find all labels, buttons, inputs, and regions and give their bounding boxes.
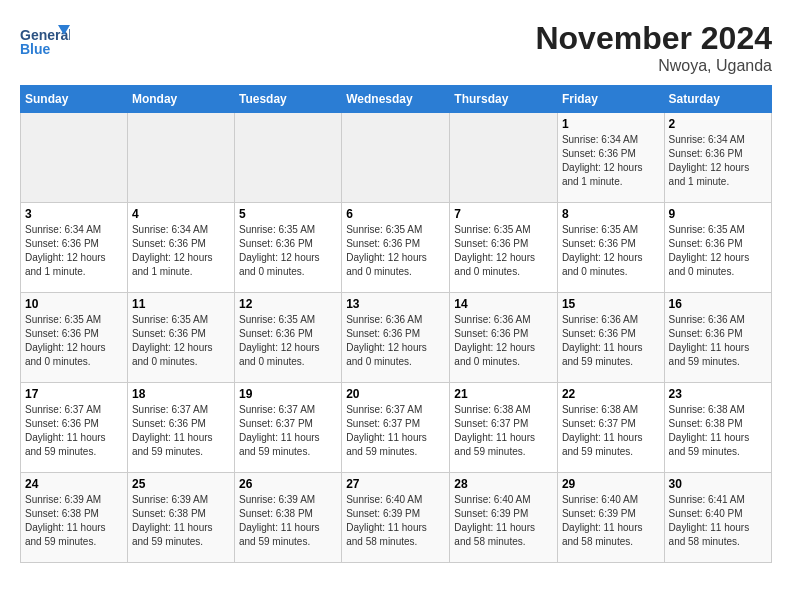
calendar-cell: 11Sunrise: 6:35 AM Sunset: 6:36 PM Dayli… [127, 293, 234, 383]
day-info: Sunrise: 6:39 AM Sunset: 6:38 PM Dayligh… [239, 493, 337, 549]
day-info: Sunrise: 6:35 AM Sunset: 6:36 PM Dayligh… [669, 223, 767, 279]
day-number: 14 [454, 297, 553, 311]
calendar-cell: 9Sunrise: 6:35 AM Sunset: 6:36 PM Daylig… [664, 203, 771, 293]
day-number: 26 [239, 477, 337, 491]
day-number: 16 [669, 297, 767, 311]
weekday-header: Sunday [21, 86, 128, 113]
calendar-week-row: 1Sunrise: 6:34 AM Sunset: 6:36 PM Daylig… [21, 113, 772, 203]
calendar-cell: 8Sunrise: 6:35 AM Sunset: 6:36 PM Daylig… [557, 203, 664, 293]
day-number: 1 [562, 117, 660, 131]
calendar-cell: 6Sunrise: 6:35 AM Sunset: 6:36 PM Daylig… [342, 203, 450, 293]
day-number: 18 [132, 387, 230, 401]
day-number: 6 [346, 207, 445, 221]
calendar-cell [342, 113, 450, 203]
title-block: November 2024 Nwoya, Uganda [535, 20, 772, 75]
day-number: 27 [346, 477, 445, 491]
weekday-header: Thursday [450, 86, 558, 113]
day-number: 13 [346, 297, 445, 311]
calendar-cell: 21Sunrise: 6:38 AM Sunset: 6:37 PM Dayli… [450, 383, 558, 473]
day-info: Sunrise: 6:41 AM Sunset: 6:40 PM Dayligh… [669, 493, 767, 549]
svg-text:Blue: Blue [20, 41, 51, 57]
day-info: Sunrise: 6:34 AM Sunset: 6:36 PM Dayligh… [669, 133, 767, 189]
calendar-cell [235, 113, 342, 203]
day-number: 17 [25, 387, 123, 401]
day-info: Sunrise: 6:35 AM Sunset: 6:36 PM Dayligh… [132, 313, 230, 369]
day-number: 4 [132, 207, 230, 221]
day-number: 24 [25, 477, 123, 491]
weekday-header: Monday [127, 86, 234, 113]
day-number: 9 [669, 207, 767, 221]
day-info: Sunrise: 6:37 AM Sunset: 6:36 PM Dayligh… [132, 403, 230, 459]
day-info: Sunrise: 6:34 AM Sunset: 6:36 PM Dayligh… [132, 223, 230, 279]
day-info: Sunrise: 6:35 AM Sunset: 6:36 PM Dayligh… [25, 313, 123, 369]
calendar-cell: 14Sunrise: 6:36 AM Sunset: 6:36 PM Dayli… [450, 293, 558, 383]
logo: General Blue [20, 20, 75, 60]
day-info: Sunrise: 6:36 AM Sunset: 6:36 PM Dayligh… [346, 313, 445, 369]
day-number: 7 [454, 207, 553, 221]
day-info: Sunrise: 6:34 AM Sunset: 6:36 PM Dayligh… [25, 223, 123, 279]
page-header: General Blue November 2024 Nwoya, Uganda [20, 20, 772, 75]
weekday-header: Tuesday [235, 86, 342, 113]
calendar-cell: 24Sunrise: 6:39 AM Sunset: 6:38 PM Dayli… [21, 473, 128, 563]
calendar-cell: 22Sunrise: 6:38 AM Sunset: 6:37 PM Dayli… [557, 383, 664, 473]
day-number: 8 [562, 207, 660, 221]
calendar-cell: 15Sunrise: 6:36 AM Sunset: 6:36 PM Dayli… [557, 293, 664, 383]
day-info: Sunrise: 6:35 AM Sunset: 6:36 PM Dayligh… [239, 223, 337, 279]
calendar-cell: 23Sunrise: 6:38 AM Sunset: 6:38 PM Dayli… [664, 383, 771, 473]
day-number: 30 [669, 477, 767, 491]
calendar-cell: 2Sunrise: 6:34 AM Sunset: 6:36 PM Daylig… [664, 113, 771, 203]
calendar-cell: 26Sunrise: 6:39 AM Sunset: 6:38 PM Dayli… [235, 473, 342, 563]
calendar-cell: 16Sunrise: 6:36 AM Sunset: 6:36 PM Dayli… [664, 293, 771, 383]
calendar-cell: 19Sunrise: 6:37 AM Sunset: 6:37 PM Dayli… [235, 383, 342, 473]
day-number: 28 [454, 477, 553, 491]
day-info: Sunrise: 6:35 AM Sunset: 6:36 PM Dayligh… [454, 223, 553, 279]
logo-icon: General Blue [20, 20, 70, 60]
calendar-cell: 3Sunrise: 6:34 AM Sunset: 6:36 PM Daylig… [21, 203, 128, 293]
day-info: Sunrise: 6:40 AM Sunset: 6:39 PM Dayligh… [454, 493, 553, 549]
day-number: 10 [25, 297, 123, 311]
calendar-cell: 1Sunrise: 6:34 AM Sunset: 6:36 PM Daylig… [557, 113, 664, 203]
day-info: Sunrise: 6:38 AM Sunset: 6:38 PM Dayligh… [669, 403, 767, 459]
day-info: Sunrise: 6:40 AM Sunset: 6:39 PM Dayligh… [562, 493, 660, 549]
calendar-cell: 29Sunrise: 6:40 AM Sunset: 6:39 PM Dayli… [557, 473, 664, 563]
day-number: 20 [346, 387, 445, 401]
calendar-cell: 10Sunrise: 6:35 AM Sunset: 6:36 PM Dayli… [21, 293, 128, 383]
calendar-cell: 7Sunrise: 6:35 AM Sunset: 6:36 PM Daylig… [450, 203, 558, 293]
calendar-week-row: 3Sunrise: 6:34 AM Sunset: 6:36 PM Daylig… [21, 203, 772, 293]
day-info: Sunrise: 6:35 AM Sunset: 6:36 PM Dayligh… [346, 223, 445, 279]
calendar-cell: 12Sunrise: 6:35 AM Sunset: 6:36 PM Dayli… [235, 293, 342, 383]
day-number: 22 [562, 387, 660, 401]
day-number: 25 [132, 477, 230, 491]
day-number: 12 [239, 297, 337, 311]
day-number: 29 [562, 477, 660, 491]
day-info: Sunrise: 6:35 AM Sunset: 6:36 PM Dayligh… [562, 223, 660, 279]
day-number: 21 [454, 387, 553, 401]
calendar-cell [21, 113, 128, 203]
day-number: 15 [562, 297, 660, 311]
calendar-cell: 18Sunrise: 6:37 AM Sunset: 6:36 PM Dayli… [127, 383, 234, 473]
calendar-week-row: 10Sunrise: 6:35 AM Sunset: 6:36 PM Dayli… [21, 293, 772, 383]
day-info: Sunrise: 6:37 AM Sunset: 6:37 PM Dayligh… [346, 403, 445, 459]
calendar-cell: 4Sunrise: 6:34 AM Sunset: 6:36 PM Daylig… [127, 203, 234, 293]
calendar-cell: 17Sunrise: 6:37 AM Sunset: 6:36 PM Dayli… [21, 383, 128, 473]
weekday-header: Wednesday [342, 86, 450, 113]
day-info: Sunrise: 6:37 AM Sunset: 6:36 PM Dayligh… [25, 403, 123, 459]
calendar-cell: 28Sunrise: 6:40 AM Sunset: 6:39 PM Dayli… [450, 473, 558, 563]
day-info: Sunrise: 6:37 AM Sunset: 6:37 PM Dayligh… [239, 403, 337, 459]
calendar-cell: 27Sunrise: 6:40 AM Sunset: 6:39 PM Dayli… [342, 473, 450, 563]
weekday-header-row: SundayMondayTuesdayWednesdayThursdayFrid… [21, 86, 772, 113]
calendar-cell: 5Sunrise: 6:35 AM Sunset: 6:36 PM Daylig… [235, 203, 342, 293]
day-number: 2 [669, 117, 767, 131]
day-info: Sunrise: 6:36 AM Sunset: 6:36 PM Dayligh… [669, 313, 767, 369]
day-info: Sunrise: 6:40 AM Sunset: 6:39 PM Dayligh… [346, 493, 445, 549]
day-number: 3 [25, 207, 123, 221]
day-info: Sunrise: 6:39 AM Sunset: 6:38 PM Dayligh… [132, 493, 230, 549]
weekday-header: Friday [557, 86, 664, 113]
calendar-cell: 30Sunrise: 6:41 AM Sunset: 6:40 PM Dayli… [664, 473, 771, 563]
calendar-cell [127, 113, 234, 203]
calendar-cell [450, 113, 558, 203]
calendar-cell: 20Sunrise: 6:37 AM Sunset: 6:37 PM Dayli… [342, 383, 450, 473]
day-number: 11 [132, 297, 230, 311]
page-subtitle: Nwoya, Uganda [535, 57, 772, 75]
calendar-week-row: 24Sunrise: 6:39 AM Sunset: 6:38 PM Dayli… [21, 473, 772, 563]
